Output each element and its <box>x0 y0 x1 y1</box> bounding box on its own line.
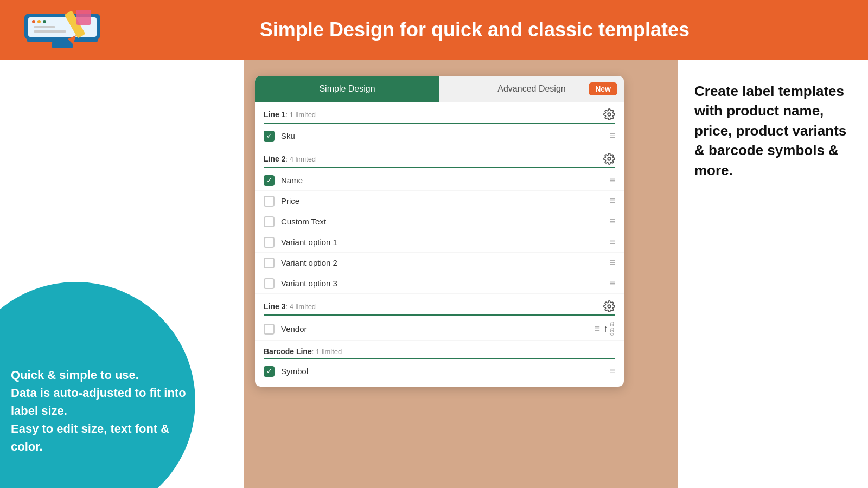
vendor-checkbox[interactable] <box>264 324 275 335</box>
scroll-to-top-arrow[interactable]: ↑ <box>603 323 608 335</box>
variant2-drag-icon[interactable]: ≡ <box>609 257 615 268</box>
price-checkbox[interactable] <box>264 196 275 207</box>
svg-rect-7 <box>34 26 55 28</box>
symbol-row: Symbol ≡ <box>255 361 624 381</box>
symbol-label: Symbol <box>281 367 609 376</box>
svg-point-6 <box>43 20 46 23</box>
new-badge: New <box>589 82 617 95</box>
line1-label: Line 1: 1 limited <box>264 110 316 119</box>
variant1-label: Variant option 1 <box>281 237 609 247</box>
name-drag-icon[interactable]: ≡ <box>609 175 615 186</box>
svg-rect-1 <box>52 42 73 48</box>
svg-point-13 <box>608 157 611 160</box>
line3-settings-icon[interactable] <box>603 300 615 312</box>
name-label: Name <box>281 176 609 185</box>
sku-drag-icon[interactable]: ≡ <box>609 130 615 142</box>
line2-header: Line 2: 4 limited <box>255 146 624 167</box>
svg-rect-8 <box>34 30 66 33</box>
sku-row: Sku ≡ <box>255 126 624 146</box>
symbol-checkbox[interactable] <box>264 366 275 377</box>
left-panel: Quick & simple to use. Data is auto-adju… <box>0 60 201 488</box>
variant3-drag-icon[interactable]: ≡ <box>609 278 615 289</box>
svg-point-5 <box>37 20 41 23</box>
line2-label: Line 2: 4 limited <box>264 155 316 163</box>
variant2-checkbox[interactable] <box>264 258 275 268</box>
vendor-row: Vendor ≡ ↑ to top <box>255 318 624 341</box>
svg-point-14 <box>608 305 611 308</box>
svg-point-4 <box>32 20 35 23</box>
design-dialog: New Simple Design Advanced Design Line 1… <box>255 76 624 387</box>
header-bar: Simple Design for quick and classic temp… <box>0 0 868 60</box>
name-row: Name ≡ <box>255 170 624 191</box>
line1-settings-icon[interactable] <box>603 108 615 120</box>
variant2-row: Variant option 2 ≡ <box>255 253 624 273</box>
symbol-drag-icon[interactable]: ≡ <box>609 365 615 377</box>
custom-text-label: Custom Text <box>281 217 609 226</box>
variant1-drag-icon[interactable]: ≡ <box>609 236 615 248</box>
left-description: Quick & simple to use. Data is auto-adju… <box>11 366 190 455</box>
barcode-divider <box>264 358 615 359</box>
right-description: Create label templates with product name… <box>694 81 852 180</box>
barcode-label: Barcode Line: 1 limited <box>264 347 342 356</box>
variant3-label: Variant option 3 <box>281 279 609 288</box>
custom-text-row: Custom Text ≡ <box>255 211 624 232</box>
line3-header: Line 3: 4 limited <box>255 294 624 314</box>
variant1-checkbox[interactable] <box>264 237 275 248</box>
line3-divider <box>264 314 615 316</box>
tab-simple-design[interactable]: Simple Design <box>255 76 439 102</box>
line2-divider <box>264 167 615 168</box>
center-panel: New Simple Design Advanced Design Line 1… <box>201 60 678 488</box>
line1-divider <box>264 123 615 124</box>
dialog-tabs: Simple Design Advanced Design <box>255 76 624 102</box>
right-panel: Create label templates with product name… <box>678 60 868 488</box>
vendor-drag-icon[interactable]: ≡ <box>594 323 600 335</box>
sku-checkbox[interactable] <box>264 131 275 142</box>
variant1-row: Variant option 1 ≡ <box>255 232 624 253</box>
custom-text-drag-icon[interactable]: ≡ <box>609 216 615 227</box>
variant2-label: Variant option 2 <box>281 258 609 267</box>
dialog-body: Line 1: 1 limited Sku ≡ Line 2: <box>255 102 624 387</box>
app-logo <box>22 5 103 54</box>
price-row: Price ≡ <box>255 191 624 211</box>
variant3-row: Variant option 3 ≡ <box>255 273 624 294</box>
price-drag-icon[interactable]: ≡ <box>609 195 615 207</box>
line1-header: Line 1: 1 limited <box>255 102 624 123</box>
sku-label: Sku <box>281 131 609 140</box>
line2-settings-icon[interactable] <box>603 153 615 165</box>
to-top-label: to top <box>609 322 615 336</box>
variant3-checkbox[interactable] <box>264 278 275 289</box>
vendor-label: Vendor <box>281 324 594 333</box>
name-checkbox[interactable] <box>264 175 275 186</box>
price-label: Price <box>281 196 609 206</box>
header-title: Simple Design for quick and classic temp… <box>103 18 846 41</box>
line3-label: Line 3: 4 limited <box>264 302 316 311</box>
main-content: Quick & simple to use. Data is auto-adju… <box>0 60 868 488</box>
svg-point-12 <box>608 113 611 116</box>
barcode-header: Barcode Line: 1 limited <box>255 341 624 358</box>
custom-text-checkbox[interactable] <box>264 216 275 227</box>
svg-rect-11 <box>76 10 91 25</box>
